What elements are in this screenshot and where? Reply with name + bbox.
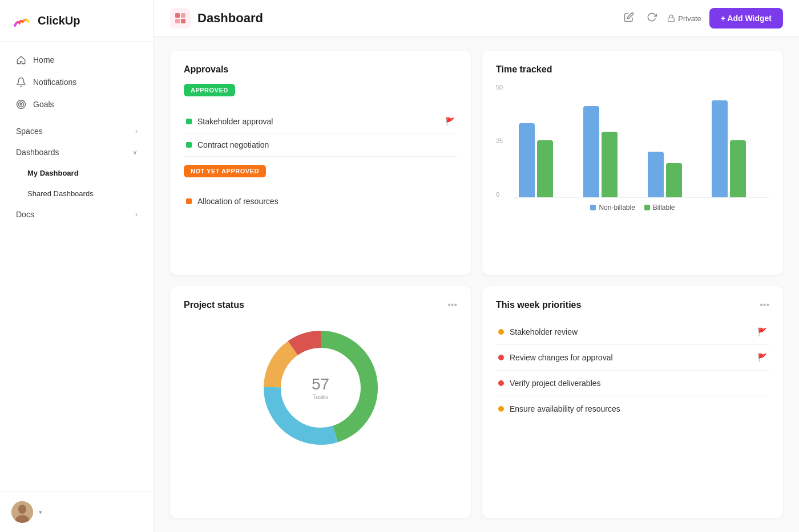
bar-blue-3 bbox=[648, 152, 664, 197]
chart-legend: Non-billable Billable bbox=[496, 204, 769, 212]
home-icon bbox=[16, 55, 26, 65]
sidebar-navigation: Home Notifications Goals Spaces › Dashbo… bbox=[0, 42, 154, 492]
bar-chart-area bbox=[514, 84, 769, 198]
sidebar-item-notifications[interactable]: Notifications bbox=[5, 71, 149, 93]
y-label-25: 25 bbox=[496, 137, 510, 144]
add-widget-button[interactable]: + Add Widget bbox=[709, 8, 783, 29]
priority-label-4: Ensure availability of resources bbox=[510, 404, 620, 413]
avatar-dropdown-icon: ▾ bbox=[39, 509, 42, 516]
approval-item-label-2: Contract negotiation bbox=[197, 140, 269, 149]
dashboard-grid: Approvals APPROVED Stakeholder approval … bbox=[154, 37, 799, 532]
project-status-menu-button[interactable]: ••• bbox=[447, 300, 457, 310]
topbar-actions: Private + Add Widget bbox=[622, 8, 783, 29]
y-label-0: 0 bbox=[496, 191, 510, 198]
legend-dot-blue bbox=[590, 205, 596, 210]
svg-rect-8 bbox=[175, 19, 180, 23]
sidebar-notifications-label: Notifications bbox=[33, 78, 76, 87]
logo-text: ClickUp bbox=[38, 14, 80, 27]
priority-item-verify[interactable]: Verify project deliverables bbox=[496, 371, 769, 396]
sidebar-item-dashboards[interactable]: Dashboards ∨ bbox=[5, 142, 149, 163]
sidebar-goals-label: Goals bbox=[33, 100, 54, 109]
sidebar-item-shared-dashboards[interactable]: Shared Dashboards bbox=[5, 184, 149, 204]
flag-icon: 🚩 bbox=[445, 117, 455, 126]
legend-dot-green bbox=[644, 205, 650, 210]
legend-label-non-billable: Non-billable bbox=[599, 204, 635, 212]
approval-item-contract[interactable]: Contract negotiation bbox=[184, 133, 457, 157]
legend-label-billable: Billable bbox=[653, 204, 675, 212]
priority-label-1: Stakeholder review bbox=[510, 327, 578, 336]
approval-item-label: Stakeholder approval bbox=[197, 117, 273, 126]
donut-task-label: Tasks bbox=[312, 393, 329, 400]
svg-point-1 bbox=[19, 102, 24, 107]
logo-area: ClickUp bbox=[0, 0, 154, 42]
dashboard-grid-icon bbox=[174, 12, 187, 25]
approval-item-label-3: Allocation of resources bbox=[197, 197, 279, 206]
sidebar-item-docs[interactable]: Docs › bbox=[5, 204, 149, 225]
priority-label-3: Verify project deliverables bbox=[510, 379, 601, 388]
main-content: Dashboard Private + bbox=[154, 0, 799, 532]
sidebar-item-goals[interactable]: Goals bbox=[5, 94, 149, 115]
project-status-title: Project status bbox=[184, 300, 244, 310]
bar-blue-1 bbox=[519, 123, 535, 197]
sidebar-item-home[interactable]: Home bbox=[5, 49, 149, 71]
approvals-card: Approvals APPROVED Stakeholder approval … bbox=[170, 51, 471, 275]
svg-point-0 bbox=[17, 100, 26, 109]
chevron-right-icon: › bbox=[135, 127, 138, 135]
approvals-title: Approvals bbox=[184, 64, 457, 75]
sidebar-item-spaces[interactable]: Spaces › bbox=[5, 121, 149, 141]
donut-center: 57 Tasks bbox=[312, 375, 329, 400]
dashboard-icon-container bbox=[170, 8, 191, 29]
priorities-header: This week priorities ••• bbox=[496, 300, 769, 310]
priorities-title: This week priorities bbox=[496, 300, 581, 310]
priority-item-availability[interactable]: Ensure availability of resources bbox=[496, 396, 769, 421]
approved-badge: APPROVED bbox=[184, 84, 235, 96]
avatar[interactable] bbox=[11, 501, 33, 523]
priority-item-review-changes[interactable]: Review changes for approval 🚩 bbox=[496, 345, 769, 371]
sidebar-dashboards-label: Dashboards bbox=[16, 148, 59, 157]
priority-item-stakeholder[interactable]: Stakeholder review 🚩 bbox=[496, 319, 769, 345]
bar-blue-2 bbox=[583, 106, 599, 197]
priorities-menu-button[interactable]: ••• bbox=[760, 300, 769, 310]
topbar: Dashboard Private + bbox=[154, 0, 799, 37]
svg-point-2 bbox=[21, 104, 22, 105]
priority-dot-red-2 bbox=[498, 380, 504, 386]
donut-wrapper: 57 Tasks bbox=[184, 319, 457, 456]
refresh-button[interactable] bbox=[644, 10, 659, 27]
priority-dot-red-1 bbox=[498, 355, 504, 360]
bar-green-3 bbox=[666, 163, 682, 197]
y-label-50: 50 bbox=[496, 84, 510, 91]
priority-dot-yellow-1 bbox=[498, 329, 504, 335]
legend-billable: Billable bbox=[644, 204, 675, 212]
bar-group-1 bbox=[519, 123, 572, 197]
svg-rect-6 bbox=[175, 13, 180, 18]
legend-non-billable: Non-billable bbox=[590, 204, 635, 212]
donut-container: 57 Tasks bbox=[258, 325, 384, 450]
approval-item-stakeholder[interactable]: Stakeholder approval 🚩 bbox=[184, 110, 457, 133]
orange-dot-icon bbox=[186, 198, 192, 204]
svg-rect-9 bbox=[181, 19, 185, 23]
approval-item-allocation[interactable]: Allocation of resources bbox=[184, 190, 457, 213]
svg-rect-10 bbox=[668, 18, 675, 21]
bar-group-3 bbox=[648, 152, 701, 197]
time-tracked-title: Time tracked bbox=[496, 64, 769, 75]
sidebar-item-my-dashboard[interactable]: My Dashboard bbox=[5, 163, 149, 183]
bar-green-1 bbox=[537, 140, 553, 197]
time-tracked-card: Time tracked 0 25 50 bbox=[482, 51, 783, 275]
donut-task-count: 57 bbox=[312, 375, 329, 393]
svg-point-4 bbox=[18, 505, 26, 514]
project-status-card: Project status ••• bbox=[170, 286, 471, 518]
sidebar-my-dashboard-label: My Dashboard bbox=[27, 169, 79, 177]
pencil-button[interactable] bbox=[622, 10, 636, 27]
priorities-card: This week priorities ••• Stakeholder rev… bbox=[482, 286, 783, 518]
clickup-logo-icon bbox=[11, 10, 32, 31]
bell-icon bbox=[16, 77, 26, 87]
pencil-icon bbox=[624, 12, 634, 22]
refresh-icon bbox=[647, 12, 657, 22]
lock-icon bbox=[667, 14, 675, 22]
priority-flag-2: 🚩 bbox=[757, 353, 767, 362]
green-dot-icon-2 bbox=[186, 142, 192, 148]
user-avatar-image bbox=[11, 501, 33, 523]
y-axis: 0 25 50 bbox=[496, 84, 510, 198]
bar-green-2 bbox=[602, 132, 618, 197]
bar-group-2 bbox=[583, 106, 636, 197]
